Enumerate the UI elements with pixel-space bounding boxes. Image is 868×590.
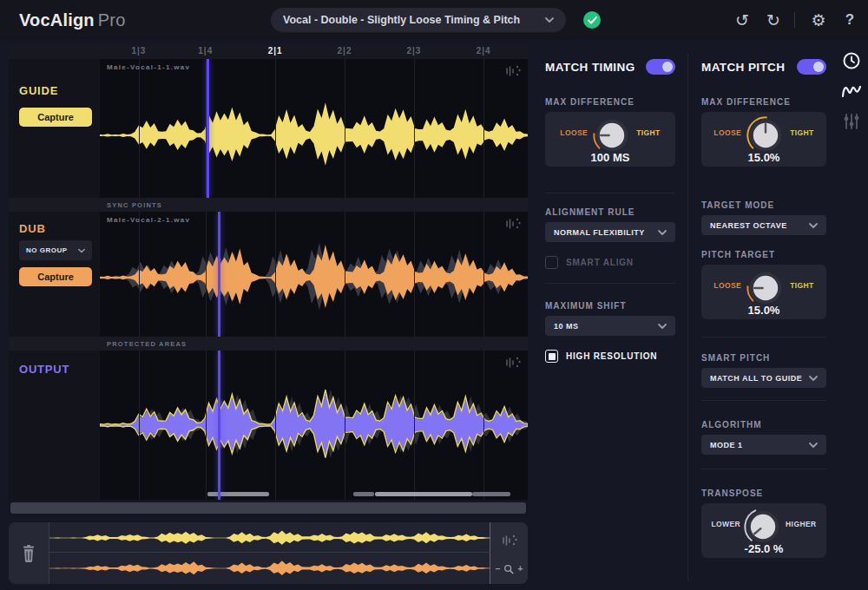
settings-view-tab[interactable] [841, 111, 862, 132]
beat-gridline [139, 212, 140, 337]
processed-segment [375, 492, 472, 496]
loose-label: LOOSE [560, 128, 588, 137]
analysis-sparkle-icon[interactable] [504, 356, 522, 370]
pitch-view-tab[interactable] [841, 81, 862, 102]
beat-gridline [483, 212, 484, 337]
preset-dropdown[interactable]: Vocal - Double - Slightly Loose Timing &… [271, 8, 566, 32]
settings-button[interactable]: ⚙ [806, 0, 832, 40]
dub-capture-button[interactable]: Capture [19, 267, 92, 286]
chevron-down-icon [545, 17, 554, 23]
maximum-shift-dropdown[interactable]: 10 MS [545, 316, 675, 336]
analysis-sparkle-icon[interactable] [504, 64, 522, 78]
max-difference-label: MAX DIFFERENCE [701, 97, 826, 107]
processed-segment [353, 492, 375, 496]
lower-label: LOWER [711, 520, 740, 528]
overview-dub-strip[interactable] [49, 554, 490, 583]
guide-capture-button[interactable]: Capture [19, 108, 92, 127]
smart-align-checkbox[interactable]: SMART ALIGN [545, 256, 675, 269]
beat-gridline [483, 351, 484, 500]
zoom-out-button[interactable]: − [496, 565, 501, 574]
ruler-tick: 2|4 [477, 46, 491, 56]
scrollbar-thumb[interactable] [10, 502, 526, 514]
target-mode-dropdown[interactable]: NEAREST OCTAVE [701, 215, 826, 235]
smart-pitch-dropdown[interactable]: MATCH ALL TO GUIDE [701, 368, 826, 388]
transpose-knob[interactable] [743, 507, 783, 547]
pitch-target-knob[interactable] [746, 268, 786, 308]
beat-gridline [345, 212, 345, 337]
transpose-label: TRANSPOSE [701, 488, 826, 498]
overview-guide-strip[interactable] [49, 523, 490, 553]
dub-waveform[interactable]: Male-Vocal-2-1.wav [100, 212, 528, 337]
horizontal-scrollbar [9, 500, 528, 516]
beat-gridline [483, 59, 484, 198]
target-mode-value: NEAREST OCTAVE [710, 221, 809, 230]
dub-track: DUB NO GROUP Capture Male-Vocal-2-1.wav [9, 212, 528, 337]
timing-max-difference-knob[interactable] [592, 115, 632, 155]
ruler-tick: 2|1 [268, 46, 283, 56]
overview-waveforms[interactable] [49, 522, 490, 584]
redo-button[interactable]: ↻ [760, 0, 786, 40]
top-bar: VocAlignPro Vocal - Double - Slightly Lo… [0, 0, 868, 40]
beat-gridline [414, 351, 415, 500]
undo-button[interactable]: ↺ [729, 0, 755, 40]
analysis-sparkle-icon[interactable] [504, 217, 522, 231]
dub-group-value: NO GROUP [26, 246, 78, 254]
pitch-wave-icon [841, 82, 862, 100]
maximum-shift-label: MAXIMUM SHIFT [545, 301, 675, 311]
smart-pitch-value: MATCH ALL TO GUIDE [710, 374, 809, 383]
overview-tools: − + [490, 522, 528, 584]
chevron-down-icon [658, 230, 667, 235]
guide-track: GUIDE Capture Male-Vocal-1-1.wav [9, 59, 528, 198]
pitch-target-value: 15.0% [701, 304, 826, 317]
guide-waveform[interactable]: Male-Vocal-1-1.wav [100, 59, 528, 198]
loose-label: LOOSE [713, 128, 741, 137]
beat-gridline [139, 351, 140, 500]
beat-gridline [414, 59, 415, 198]
high-resolution-checkbox[interactable]: HIGH RESOLUTION [545, 350, 675, 363]
song-overview-panel: − + [9, 522, 528, 584]
algorithm-dropdown[interactable]: MODE 1 [701, 435, 826, 455]
chevron-down-icon [658, 324, 667, 329]
alignment-rule-label: ALIGNMENT RULE [545, 207, 675, 217]
output-track: OUTPUT [9, 351, 528, 500]
transpose-panel: LOWER HIGHER -25.0 % [701, 503, 826, 558]
brand-name: VocAlign [19, 10, 95, 30]
output-waveform[interactable] [100, 351, 528, 500]
guide-track-label: GUIDE [19, 84, 58, 97]
sliders-icon [843, 113, 860, 130]
match-timing-toggle[interactable] [646, 59, 675, 75]
pitch-max-difference-knob[interactable] [746, 115, 786, 155]
divider [545, 193, 675, 193]
high-resolution-label: HIGH RESOLUTION [566, 351, 657, 361]
alignment-rule-dropdown[interactable]: NORMAL FLEXIBILITY [545, 222, 675, 242]
panel-divider [687, 54, 688, 581]
ruler-tick: 2|2 [338, 46, 352, 56]
playhead[interactable] [207, 59, 209, 198]
zoom-control: − + [496, 564, 523, 574]
match-timing-title: MATCH TIMING [545, 61, 635, 74]
playhead[interactable] [218, 351, 220, 500]
brand-suffix: Pro [98, 10, 126, 30]
maximum-shift-value: 10 MS [554, 322, 658, 331]
analysis-sparkle-icon[interactable] [501, 534, 518, 547]
zoom-in-button[interactable]: + [518, 565, 523, 574]
beat-gridline [275, 59, 276, 198]
timing-view-tab[interactable] [841, 50, 862, 71]
timing-max-difference-value: 100 MS [545, 151, 675, 164]
alignment-rule-value: NORMAL FLEXIBILITY [554, 228, 658, 237]
beat-gridline [345, 351, 345, 500]
beat-gridline [206, 351, 207, 500]
magnifier-icon [504, 564, 515, 574]
help-button[interactable]: ? [837, 0, 863, 40]
timeline-ruler[interactable]: 1|31|42|12|22|32|4 [9, 45, 528, 59]
beat-gridline [414, 212, 415, 337]
clear-audio-button[interactable] [9, 522, 49, 584]
match-pitch-toggle[interactable] [797, 59, 826, 75]
playhead[interactable] [218, 212, 220, 337]
chevron-down-icon [78, 248, 85, 253]
preset-applied-check-icon [583, 11, 601, 29]
tight-label: TIGHT [636, 128, 661, 137]
dub-group-dropdown[interactable]: NO GROUP [19, 240, 92, 260]
ruler-tick: 1|3 [131, 46, 146, 56]
beat-gridline [275, 212, 276, 337]
